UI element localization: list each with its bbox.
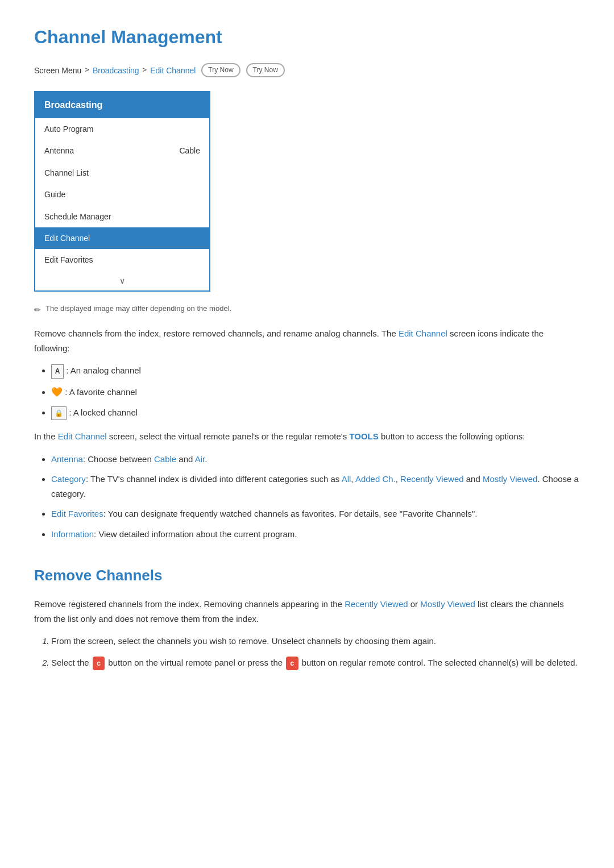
try-now-button-2[interactable]: Try Now — [246, 63, 285, 77]
lock-icon: 🔒 — [51, 406, 67, 420]
menu-item-edit-channel[interactable]: Edit Channel — [35, 227, 209, 249]
menu-item-schedule-manager[interactable]: Schedule Manager — [35, 206, 209, 227]
option-information-link[interactable]: Information — [51, 529, 94, 539]
option-antenna: Antenna: Choose between Cable and Air. — [51, 452, 580, 467]
section2-title: Remove Channels — [34, 564, 580, 588]
option-information: Information: View detailed information a… — [51, 527, 580, 542]
icon-list-item-favorite: 🧡 : A favorite channel — [51, 384, 580, 400]
breadcrumb-link-edit-channel[interactable]: Edit Channel — [150, 64, 196, 77]
breadcrumb-sep1: > — [85, 64, 89, 76]
breadcrumb: Screen Menu > Broadcasting > Edit Channe… — [34, 63, 580, 77]
menu-item-label: Edit Channel — [44, 232, 90, 244]
tools-label: TOOLS — [349, 431, 378, 441]
menu-item-label: Guide — [44, 188, 65, 201]
step-2: Select the c button on the virtual remot… — [51, 655, 580, 670]
option-added-ch-link[interactable]: Added Ch. — [355, 474, 396, 484]
menu-item-label: Channel List — [44, 167, 89, 179]
edit-channel-link-1[interactable]: Edit Channel — [399, 329, 447, 338]
breadcrumb-start: Screen Menu — [34, 64, 81, 77]
try-now-button-1[interactable]: Try Now — [201, 63, 240, 77]
menu-chevron[interactable]: ∨ — [35, 271, 209, 290]
menu-item-label: Edit Favorites — [44, 254, 93, 266]
option-category-link[interactable]: Category — [51, 474, 86, 484]
breadcrumb-link-broadcasting[interactable]: Broadcasting — [93, 64, 139, 77]
mostly-viewed-link[interactable]: Mostly Viewed — [420, 599, 475, 609]
tools-paragraph: In the Edit Channel screen, select the v… — [34, 429, 580, 444]
pencil-icon: ✏ — [34, 304, 41, 316]
c-button-virtual: c — [93, 657, 105, 670]
option-cable-link[interactable]: Cable — [154, 454, 176, 464]
icon-list: A : An analog channel 🧡 : A favorite cha… — [51, 363, 580, 420]
option-air-link[interactable]: Air — [195, 454, 205, 464]
menu-item-auto-program[interactable]: Auto Program — [35, 118, 209, 140]
c-button-remote: c — [286, 657, 298, 670]
option-edit-favorites: Edit Favorites: You can designate freque… — [51, 506, 580, 521]
model-note: ✏ The displayed image may differ dependi… — [34, 303, 580, 316]
note-text: The displayed image may differ depending… — [45, 303, 231, 315]
icon-description: : A locked channel — [69, 408, 138, 417]
option-recently-viewed-link[interactable]: Recently Viewed — [400, 474, 463, 484]
analog-icon: A — [51, 364, 64, 378]
edit-channel-link-2[interactable]: Edit Channel — [58, 431, 107, 441]
menu-item-value: Cable — [179, 144, 200, 157]
option-all-link[interactable]: All — [342, 474, 351, 484]
option-category: Category: The TV's channel index is divi… — [51, 472, 580, 501]
menu-item-channel-list[interactable]: Channel List — [35, 162, 209, 184]
icon-list-item-analog: A : An analog channel — [51, 363, 580, 378]
broadcasting-menu: Broadcasting Auto Program Antenna Cable … — [34, 91, 210, 292]
heart-icon: 🧡 — [51, 384, 63, 400]
icon-list-item-locked: 🔒 : A locked channel — [51, 405, 580, 420]
menu-item-label: Antenna — [44, 144, 74, 157]
breadcrumb-sep2: > — [143, 64, 147, 76]
option-mostly-viewed-link[interactable]: Mostly Viewed — [483, 474, 537, 484]
menu-item-label: Schedule Manager — [44, 210, 111, 223]
menu-item-edit-favorites[interactable]: Edit Favorites — [35, 249, 209, 271]
step-1: From the screen, select the channels you… — [51, 634, 580, 649]
icon-description: : A favorite channel — [65, 387, 137, 397]
intro-paragraph: Remove channels from the index, restore … — [34, 326, 580, 355]
options-list: Antenna: Choose between Cable and Air. C… — [51, 452, 580, 542]
menu-item-antenna[interactable]: Antenna Cable — [35, 140, 209, 161]
menu-header: Broadcasting — [35, 92, 209, 118]
section2-intro: Remove registered channels from the inde… — [34, 597, 580, 626]
icon-description: : An analog channel — [66, 366, 141, 375]
steps-list: From the screen, select the channels you… — [51, 634, 580, 670]
menu-item-label: Auto Program — [44, 123, 93, 135]
page-title: Channel Management — [34, 23, 580, 52]
menu-item-guide[interactable]: Guide — [35, 184, 209, 205]
recently-viewed-link[interactable]: Recently Viewed — [345, 599, 408, 609]
option-antenna-link[interactable]: Antenna — [51, 454, 83, 464]
option-edit-favorites-link[interactable]: Edit Favorites — [51, 509, 103, 518]
